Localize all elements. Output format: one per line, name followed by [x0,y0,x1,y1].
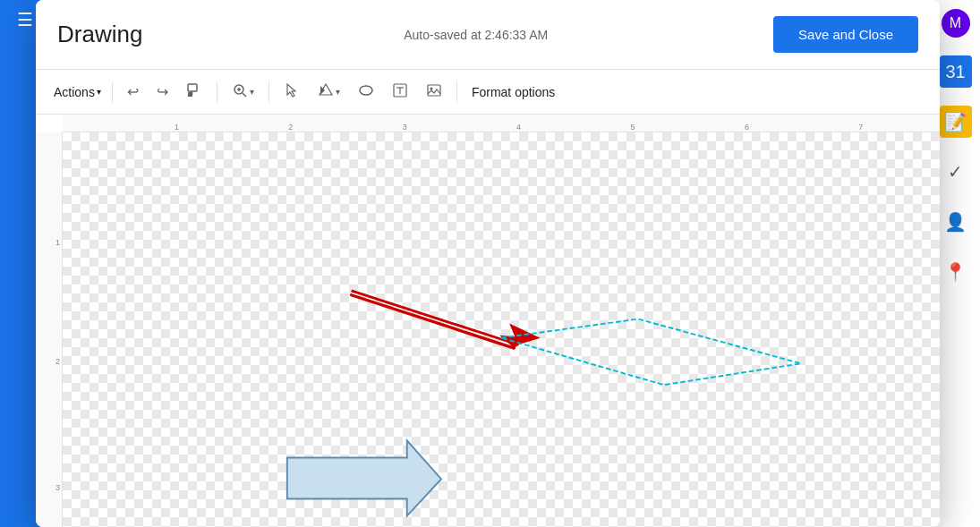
toolbar-separator-3 [268,81,269,103]
ruler-left-mark-1: 1 [55,238,60,247]
ruler-mark-5: 5 [630,123,635,132]
ruler-mark-4: 4 [516,123,521,132]
ruler-left-mark-2: 2 [55,357,60,366]
maps-icon[interactable]: 📍 [940,256,972,288]
ruler-mark-1: 1 [175,123,179,132]
parallelogram-shape [501,319,801,386]
svg-line-13 [352,291,519,344]
text-icon [392,82,408,102]
text-button[interactable] [385,77,415,107]
svg-rect-0 [188,84,197,91]
shape-select-button[interactable]: ▾ [311,77,347,107]
canvas-area: 1 2 3 4 5 6 7 1 2 3 [36,115,940,527]
paint-format-icon [186,82,202,102]
ruler-mark-6: 6 [745,123,749,132]
drawing-canvas[interactable] [63,132,940,527]
toolbar-separator-2 [217,81,217,103]
shape-select-icon [318,82,334,102]
svg-point-7 [360,86,372,95]
actions-chevron-icon: ▾ [97,87,101,97]
zoom-chevron-icon: ▾ [250,87,254,97]
paint-format-button[interactable] [179,77,209,107]
user-avatar[interactable]: M [942,9,970,38]
ruler-top: 1 2 3 4 5 6 7 [63,115,940,132]
toolbar-separator-1 [112,81,113,103]
tasks-icon[interactable]: ✓ [940,156,972,188]
shape-chevron-icon: ▾ [336,87,340,97]
canvas-svg [63,132,940,527]
undo-icon: ↩ [127,83,139,100]
ruler-left: 1 2 3 [36,132,63,527]
format-options-button[interactable]: Format options [464,80,562,105]
toolbar-separator-4 [456,81,457,103]
actions-label: Actions [54,85,95,99]
image-button[interactable] [419,77,449,107]
redo-icon: ↪ [157,83,168,100]
modal-header: Drawing Auto-saved at 2:46:33 AM Save an… [36,0,940,70]
image-icon [426,82,442,102]
select-button[interactable] [277,77,307,107]
actions-menu-button[interactable]: Actions ▾ [50,80,105,105]
toolbar: Actions ▾ ↩ ↪ [36,70,940,115]
red-arrow-shape [352,291,541,352]
drawing-modal: Drawing Auto-saved at 2:46:33 AM Save an… [36,0,940,527]
save-close-button[interactable]: Save and Close [773,16,918,53]
ruler-mark-3: 3 [403,123,407,132]
autosave-status: Auto-saved at 2:46:33 AM [178,28,773,42]
ruler-mark-7: 7 [858,123,863,132]
blue-block-arrow [287,440,441,515]
zoom-button[interactable]: ▾ [225,77,261,107]
undo-button[interactable]: ↩ [120,78,146,106]
ellipse-icon [358,82,374,102]
ruler-mark-2: 2 [288,123,293,132]
notes-icon[interactable]: 📝 [940,106,972,138]
contacts-icon[interactable]: 👤 [940,206,972,238]
calendar-icon[interactable]: 31 [940,55,972,88]
svg-marker-16 [501,319,801,386]
ellipse-button[interactable] [351,77,381,107]
redo-button[interactable]: ↪ [149,78,175,106]
zoom-icon [232,82,248,102]
select-icon [284,82,300,102]
svg-line-4 [243,93,246,97]
format-options-label: Format options [472,85,555,99]
modal-title: Drawing [57,21,142,48]
svg-rect-11 [428,85,440,96]
svg-point-12 [430,87,432,89]
ruler-left-mark-3: 3 [55,483,60,492]
hamburger-icon[interactable]: ☰ [17,9,33,30]
